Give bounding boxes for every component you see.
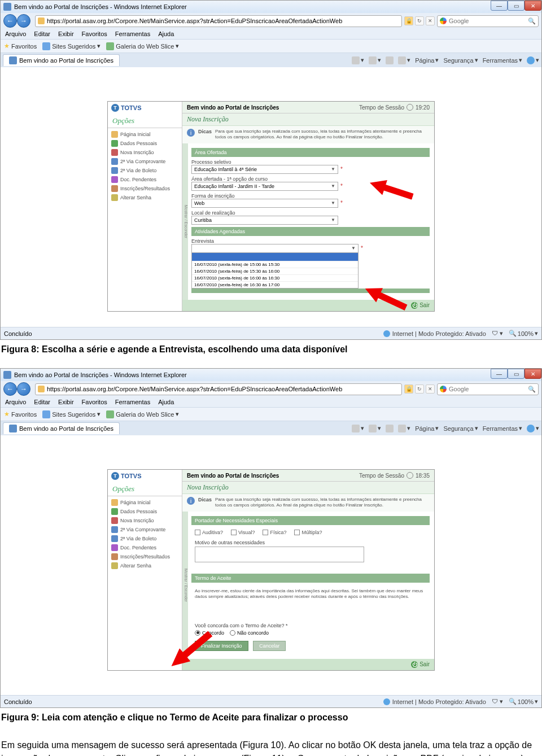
close-button[interactable]: ✕: [524, 369, 541, 379]
menu-ferramentas[interactable]: Ferramentas: [115, 399, 150, 405]
menu-nova-inscricao[interactable]: Nova Inscrição: [108, 148, 182, 157]
menu-ferramentas[interactable]: Ferramentas: [115, 30, 150, 37]
menu-doc-pendentes[interactable]: Doc. Pendentes: [108, 175, 182, 184]
menu-pagina-inicial[interactable]: Página Inicial: [108, 498, 182, 507]
forward-button[interactable]: →: [17, 382, 30, 396]
home-icon[interactable]: ▾: [352, 425, 364, 432]
processo-select[interactable]: Educação Infantil à 4ª Série▼: [191, 165, 338, 174]
minimize-button[interactable]: —: [491, 369, 508, 379]
search-icon[interactable]: 🔍: [528, 386, 536, 393]
menu-favoritos[interactable]: Favoritos: [82, 30, 107, 37]
page-menu[interactable]: Página ▾: [415, 56, 439, 64]
help-icon[interactable]: ▾: [527, 56, 539, 64]
menu-exibir[interactable]: Exibir: [58, 30, 74, 37]
menu-2via-comprovante[interactable]: 2ª Via Comprovante: [108, 157, 182, 166]
print-icon[interactable]: ▾: [398, 425, 410, 432]
security-lock-icon[interactable]: 🔒: [404, 384, 413, 394]
check-fisica[interactable]: Física?: [263, 530, 286, 535]
motivo-textarea[interactable]: [195, 547, 364, 562]
url-input[interactable]: [47, 386, 399, 392]
search-input[interactable]: [449, 18, 528, 24]
menu-inscricoes-resultados[interactable]: Inscrições/Resultados: [108, 184, 182, 193]
menu-arquivo[interactable]: Arquivo: [5, 399, 26, 405]
menu-ajuda[interactable]: Ajuda: [158, 399, 174, 405]
menu-inscricoes-resultados[interactable]: Inscrições/Resultados: [108, 552, 182, 561]
check-visual[interactable]: Visual?: [231, 530, 255, 535]
help-icon[interactable]: ▾: [527, 425, 539, 432]
check-auditiva[interactable]: Auditiva?: [195, 530, 223, 535]
tools-menu[interactable]: Ferramentas ▾: [483, 425, 522, 432]
menu-alterar-senha[interactable]: Alterar Senha: [108, 561, 182, 570]
refresh-icon[interactable]: ↻: [415, 16, 424, 25]
home-icon[interactable]: ▾: [352, 56, 364, 64]
menu-editar[interactable]: Editar: [34, 30, 50, 37]
minimize-button[interactable]: —: [491, 1, 508, 11]
entrevista-dropdown[interactable]: 16/07/2010 (sexta-feira) de 15:00 às 15:…: [191, 252, 359, 289]
tools-menu[interactable]: Ferramentas ▾: [483, 56, 522, 64]
stop-icon[interactable]: ✕: [426, 16, 435, 25]
protected-mode-icon[interactable]: 🛡 ▾: [492, 330, 503, 337]
stop-icon[interactable]: ✕: [426, 384, 435, 394]
back-button[interactable]: ←: [3, 14, 17, 28]
refresh-icon[interactable]: ↻: [415, 384, 424, 394]
mail-icon[interactable]: [386, 425, 394, 432]
sair-button[interactable]: ⏻Sair: [411, 302, 430, 309]
area-select[interactable]: Educação Infantil - Jardim II - Tarde▼: [191, 182, 338, 191]
menu-alterar-senha[interactable]: Alterar Senha: [108, 193, 182, 202]
menu-editar[interactable]: Editar: [34, 399, 50, 405]
zoom-control[interactable]: 🔍 100% ▾: [509, 698, 538, 705]
sair-button[interactable]: ⏻Sair: [411, 661, 430, 668]
menu-2via-boleto[interactable]: 2ª Via de Boleto: [108, 534, 182, 543]
favorites-button[interactable]: ★Favoritos: [4, 410, 37, 418]
menu-2via-comprovante[interactable]: 2ª Via Comprovante: [108, 525, 182, 534]
forma-select[interactable]: Web▼: [191, 199, 338, 208]
favbar-sites[interactable]: Sites Sugeridos ▾: [42, 42, 100, 50]
favbar-sites[interactable]: Sites Sugeridos ▾: [42, 410, 100, 418]
page-menu[interactable]: Página ▾: [415, 425, 439, 432]
collapse-handle[interactable]: Mostrar / Esconder: [182, 512, 188, 659]
browser-tab[interactable]: Bem vindo ao Portal de Inscrições: [3, 422, 120, 434]
safety-menu[interactable]: Segurança ▾: [443, 425, 478, 432]
menu-pagina-inicial[interactable]: Página Inicial: [108, 130, 182, 139]
back-button[interactable]: ←: [3, 382, 17, 396]
feeds-icon[interactable]: ▾: [369, 425, 381, 432]
dropdown-option[interactable]: 16/07/2010 (sexta-feira) de 15:00 às 15:…: [192, 261, 358, 268]
mail-icon[interactable]: [386, 56, 394, 64]
dropdown-option[interactable]: 16/07/2010 (sexta-feira) de 15:30 às 16:…: [192, 268, 358, 274]
collapse-handle[interactable]: Mostrar / Esconder: [182, 143, 188, 300]
print-icon[interactable]: ▾: [398, 56, 410, 64]
address-bar[interactable]: [35, 15, 402, 27]
menu-doc-pendentes[interactable]: Doc. Pendentes: [108, 543, 182, 552]
entrevista-select[interactable]: ▼: [191, 244, 359, 253]
menu-ajuda[interactable]: Ajuda: [158, 30, 174, 37]
security-lock-icon[interactable]: 🔒: [404, 16, 413, 25]
search-icon[interactable]: 🔍: [528, 18, 536, 25]
favorites-button[interactable]: ★Favoritos: [4, 42, 37, 50]
menu-2via-boleto[interactable]: 2ª Via de Boleto: [108, 166, 182, 175]
close-button[interactable]: ✕: [524, 1, 541, 11]
dropdown-option[interactable]: 16/07/2010 (sexta-feira) de 16:30 às 17:…: [192, 281, 358, 288]
safety-menu[interactable]: Segurança ▾: [443, 56, 478, 64]
forward-button[interactable]: →: [17, 14, 30, 28]
url-input[interactable]: [47, 18, 399, 24]
maximize-button[interactable]: ▭: [508, 369, 524, 379]
dropdown-option[interactable]: 16/07/2010 (sexta-feira) de 16:00 às 16:…: [192, 274, 358, 281]
menu-favoritos[interactable]: Favoritos: [82, 399, 107, 405]
zoom-control[interactable]: 🔍 100% ▾: [509, 330, 538, 337]
menu-dados-pessoais[interactable]: Dados Pessoais: [108, 507, 182, 516]
menu-nova-inscricao[interactable]: Nova Inscrição: [108, 516, 182, 525]
menu-arquivo[interactable]: Arquivo: [5, 30, 26, 37]
local-select[interactable]: Curitiba▼: [191, 216, 338, 225]
feeds-icon[interactable]: ▾: [369, 56, 381, 64]
browser-tab[interactable]: Bem vindo ao Portal de Inscrições: [3, 54, 120, 66]
search-box[interactable]: 🔍: [437, 383, 539, 395]
address-bar[interactable]: [35, 383, 402, 395]
radio-nao-concordo[interactable]: Não concordo: [230, 630, 269, 636]
menu-dados-pessoais[interactable]: Dados Pessoais: [108, 139, 182, 148]
protected-mode-icon[interactable]: 🛡 ▾: [492, 698, 503, 705]
favbar-galeria[interactable]: Galeria do Web Slice ▾: [106, 42, 179, 50]
search-input[interactable]: [449, 386, 528, 392]
maximize-button[interactable]: ▭: [508, 1, 524, 11]
favbar-galeria[interactable]: Galeria do Web Slice ▾: [106, 410, 179, 418]
search-box[interactable]: 🔍: [437, 15, 539, 27]
